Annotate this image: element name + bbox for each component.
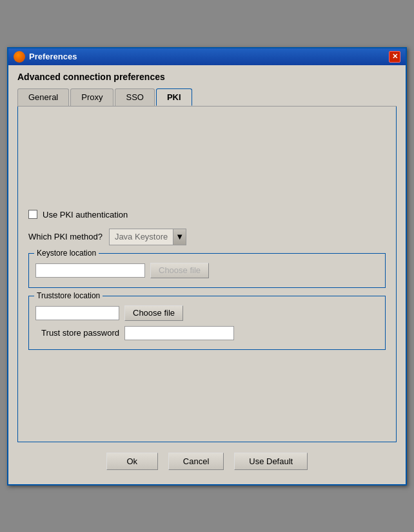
use-pki-row: Use PKI authentication (28, 210, 386, 220)
window-title: Preferences (29, 52, 77, 61)
trust-password-input[interactable] (124, 326, 234, 340)
ok-button[interactable]: Ok (106, 453, 158, 470)
truststore-choose-button[interactable]: Choose file (124, 305, 183, 321)
trust-password-label: Trust store password (35, 328, 119, 338)
keystore-choose-button[interactable]: Choose file (150, 263, 209, 278)
keystore-row: Choose file (35, 258, 379, 278)
keystore-legend: Keystore location (34, 249, 99, 258)
keystore-fieldset: Keystore location Choose file (28, 253, 386, 288)
pki-method-value: Java Keystore (110, 230, 173, 243)
tab-proxy[interactable]: Proxy (70, 88, 113, 106)
tab-pki[interactable]: PKI (156, 88, 192, 106)
window-body: Advanced connection preferences General … (8, 65, 406, 484)
trust-password-row: Trust store password (35, 321, 379, 340)
truststore-input[interactable] (35, 306, 119, 320)
titlebar: Preferences ✕ (8, 48, 406, 65)
pki-method-row: Which PKI method? Java Keystore ▼ (28, 229, 386, 245)
use-pki-checkbox[interactable] (28, 210, 37, 219)
close-button[interactable]: ✕ (389, 51, 400, 63)
truststore-legend: Truststore location (34, 291, 103, 300)
pki-method-select[interactable]: Java Keystore ▼ (109, 229, 186, 245)
use-pki-label: Use PKI authentication (43, 210, 128, 220)
preferences-window: Preferences ✕ Advanced connection prefer… (7, 47, 407, 486)
truststore-row: Choose file (35, 300, 379, 321)
chevron-down-icon[interactable]: ▼ (173, 229, 186, 245)
app-icon (14, 51, 25, 63)
use-default-button[interactable]: Use Default (234, 453, 308, 470)
keystore-input[interactable] (35, 263, 145, 278)
window-subtitle: Advanced connection preferences (17, 72, 397, 82)
tab-bar: General Proxy SSO PKI (17, 88, 397, 107)
bottom-buttons: Ok Cancel Use Default (17, 442, 397, 475)
method-label: Which PKI method? (28, 232, 103, 241)
truststore-fieldset: Truststore location Choose file Trust st… (28, 296, 386, 350)
tab-sso[interactable]: SSO (115, 88, 154, 106)
tab-general[interactable]: General (17, 88, 69, 106)
pki-tab-content: Use PKI authentication Which PKI method?… (17, 107, 397, 442)
cancel-button[interactable]: Cancel (168, 453, 224, 470)
